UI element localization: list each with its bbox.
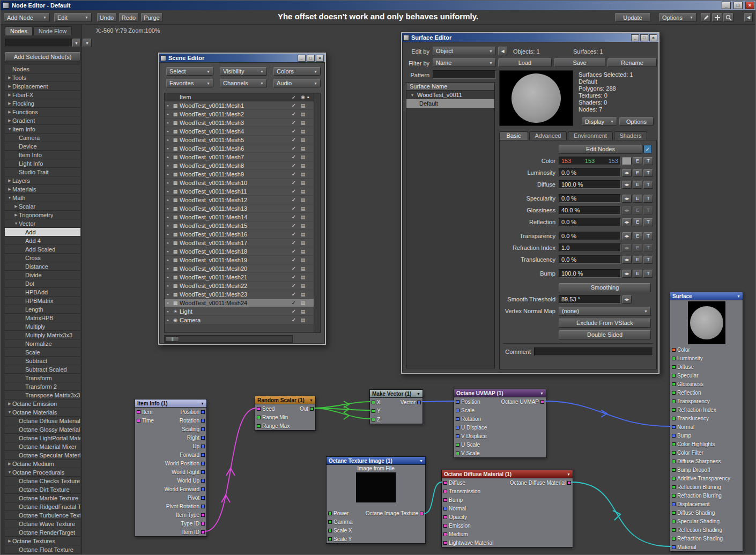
output-port-item-id[interactable] bbox=[201, 530, 205, 534]
item-options-icon[interactable]: ▤ bbox=[299, 266, 307, 271]
input-port-reflection-blurring[interactable] bbox=[672, 485, 676, 489]
options-button[interactable]: Options bbox=[619, 117, 654, 125]
input-port-normal[interactable] bbox=[443, 507, 447, 510]
input-port-scale-y[interactable] bbox=[328, 537, 332, 541]
input-port-luminosity[interactable] bbox=[672, 357, 676, 360]
visibility-check-icon[interactable]: ✓ bbox=[289, 257, 299, 263]
scene-item-woodtest-v0011-mesh9[interactable]: ●▦WoodTest_v0011:Mesh9✓▤ bbox=[165, 170, 314, 179]
scene-item-woodtest-v0011-mesh24[interactable]: ●▦WoodTest_v0011:Mesh24✓▤ bbox=[165, 299, 314, 307]
visibility-check-icon[interactable]: ✓ bbox=[289, 214, 299, 220]
item-options-icon[interactable]: ▤ bbox=[299, 283, 307, 288]
close-button[interactable]: × bbox=[745, 2, 754, 9]
visibility-check-icon[interactable]: ✓ bbox=[289, 308, 299, 314]
output-port-item-type[interactable] bbox=[201, 513, 205, 517]
output-port-position[interactable] bbox=[201, 410, 205, 414]
item-active-dot-icon[interactable]: ● bbox=[165, 233, 171, 236]
visibility-dropdown[interactable]: Visibility▼ bbox=[220, 67, 267, 76]
item-active-dot-icon[interactable]: ● bbox=[165, 121, 171, 124]
scene-item-woodtest-v0011-mesh8[interactable]: ●▦WoodTest_v0011:Mesh8✓▤ bbox=[165, 161, 314, 170]
item-options-icon[interactable]: ▤ bbox=[299, 112, 307, 117]
item-active-dot-icon[interactable]: ● bbox=[165, 156, 171, 159]
display-dropdown[interactable]: Display▼ bbox=[582, 117, 617, 125]
color-values-field[interactable]: 153 153 153 bbox=[559, 157, 621, 165]
texture-button[interactable]: T bbox=[643, 157, 653, 165]
input-port-refraction-shading[interactable] bbox=[672, 537, 676, 541]
output-port-world-up[interactable] bbox=[201, 479, 205, 483]
texture-button[interactable]: T bbox=[643, 181, 653, 189]
item-options-icon[interactable]: ▤ bbox=[299, 180, 307, 186]
param-stepper[interactable]: ◂▸ bbox=[622, 195, 632, 203]
input-port-v-scale[interactable] bbox=[456, 452, 459, 455]
input-port-scale[interactable] bbox=[456, 409, 459, 412]
texture-button[interactable]: T bbox=[643, 206, 653, 214]
visibility-check-icon[interactable]: ✓ bbox=[289, 223, 299, 228]
visibility-check-icon[interactable]: ✓ bbox=[289, 188, 299, 194]
output-port-forward[interactable] bbox=[201, 453, 205, 457]
param-value[interactable]: 0.0 % bbox=[559, 168, 621, 177]
item-options-icon[interactable]: ▤ bbox=[299, 240, 307, 246]
item-options-icon[interactable]: ▤ bbox=[299, 300, 307, 306]
item-options-icon[interactable]: ▤ bbox=[299, 317, 307, 323]
param-stepper[interactable]: ◂▸ bbox=[622, 256, 632, 264]
item-active-dot-icon[interactable]: ● bbox=[165, 310, 171, 313]
item-options-icon[interactable]: ▤ bbox=[299, 120, 307, 125]
input-port-position[interactable] bbox=[456, 400, 459, 404]
input-port-scale-x[interactable] bbox=[328, 529, 332, 532]
scene-item-woodtest-v0011-mesh20[interactable]: ●▦WoodTest_v0011:Mesh20✓▤ bbox=[165, 264, 314, 273]
output-port-right[interactable] bbox=[201, 436, 205, 440]
param-value[interactable]: 40.0 % bbox=[559, 206, 621, 214]
input-port-color-highlights[interactable] bbox=[672, 442, 676, 446]
scene-item-woodtest-v0011-mesh14[interactable]: ●▦WoodTest_v0011:Mesh14✓▤ bbox=[165, 213, 314, 221]
scene-item-woodtest-v0011-mesh21[interactable]: ●▦WoodTest_v0011:Mesh21✓▤ bbox=[165, 273, 314, 282]
input-port-color-filter[interactable] bbox=[672, 451, 676, 455]
item-options-icon[interactable]: ▤ bbox=[299, 292, 307, 297]
envelope-button[interactable]: E bbox=[633, 169, 642, 177]
item-active-dot-icon[interactable]: ● bbox=[165, 216, 171, 219]
output-port-scaling[interactable] bbox=[201, 427, 205, 431]
minimize-button[interactable]: _ bbox=[722, 2, 731, 9]
surface-editor-titlebar[interactable]: Surface Editor _ □ × bbox=[402, 33, 658, 42]
input-port-diffuse-sharpness[interactable] bbox=[672, 460, 676, 463]
item-active-dot-icon[interactable]: ● bbox=[165, 224, 171, 227]
smoothing-button[interactable]: Smoothing bbox=[559, 283, 651, 292]
item-options-icon[interactable]: ▤ bbox=[299, 223, 307, 228]
output-port-vector[interactable] bbox=[417, 401, 421, 404]
output-port-octane-image-texture[interactable] bbox=[420, 512, 424, 515]
input-port-medium[interactable] bbox=[443, 532, 447, 536]
tree-down-icon[interactable]: ▼ bbox=[410, 93, 415, 97]
input-port-reflection-shading[interactable] bbox=[672, 528, 676, 532]
scene-item-woodtest-v0011-mesh10[interactable]: ●▦WoodTest_v0011:Mesh10✓▤ bbox=[165, 179, 314, 187]
item-options-icon[interactable]: ▤ bbox=[299, 197, 307, 203]
input-port-time[interactable] bbox=[137, 419, 140, 423]
param-value[interactable]: 100.0 % bbox=[559, 269, 621, 278]
node-menu-icon[interactable]: ▼ bbox=[540, 391, 544, 395]
visibility-check-icon[interactable]: ✓ bbox=[289, 111, 299, 117]
maximize-button[interactable]: □ bbox=[733, 2, 743, 9]
input-port-material[interactable] bbox=[672, 545, 676, 549]
rename-button[interactable]: Rename bbox=[607, 58, 657, 67]
node-surface[interactable]: Surface▼ColorLuminosityDiffuseSpecularGl… bbox=[670, 292, 743, 552]
input-port-bump[interactable] bbox=[672, 434, 676, 438]
item-active-dot-icon[interactable]: ● bbox=[165, 173, 171, 176]
envelope-button[interactable]: E bbox=[633, 256, 642, 264]
node-menu-icon[interactable]: ▼ bbox=[201, 402, 204, 405]
node-header[interactable]: Octane UVMAP (1)▼ bbox=[454, 389, 546, 397]
input-port-bump[interactable] bbox=[443, 498, 447, 502]
scene-item-woodtest-v0011-mesh15[interactable]: ●▦WoodTest_v0011:Mesh15✓▤ bbox=[165, 221, 314, 230]
param-value[interactable]: 0.0 % bbox=[559, 194, 621, 203]
smooth-threshold-stepper[interactable]: ◂▸ bbox=[622, 295, 632, 304]
input-port-gamma[interactable] bbox=[328, 520, 332, 524]
visibility-check-icon[interactable]: ✓ bbox=[289, 274, 299, 280]
param-value[interactable]: 0.0 % bbox=[559, 218, 621, 226]
scene-item-woodtest-v0011-mesh11[interactable]: ●▦WoodTest_v0011:Mesh11✓▤ bbox=[165, 187, 314, 196]
close-button[interactable]: × bbox=[649, 34, 657, 41]
scene-editor-window[interactable]: Scene Editor _ □ × Select▼ Visibility▼ C… bbox=[158, 52, 327, 345]
visibility-check-icon[interactable]: ✓ bbox=[289, 154, 299, 160]
item-active-dot-icon[interactable]: ● bbox=[165, 164, 171, 167]
texture-button[interactable]: T bbox=[643, 256, 653, 264]
filter-by-dropdown[interactable]: Name▼ bbox=[433, 58, 496, 67]
scene-item-woodtest-v0011-mesh13[interactable]: ●▦WoodTest_v0011:Mesh13✓▤ bbox=[165, 204, 314, 213]
vertical-scrollbar[interactable] bbox=[314, 93, 320, 332]
output-port-up[interactable] bbox=[201, 445, 205, 448]
vertex-normal-map-dropdown[interactable]: (none)▼ bbox=[559, 307, 651, 316]
